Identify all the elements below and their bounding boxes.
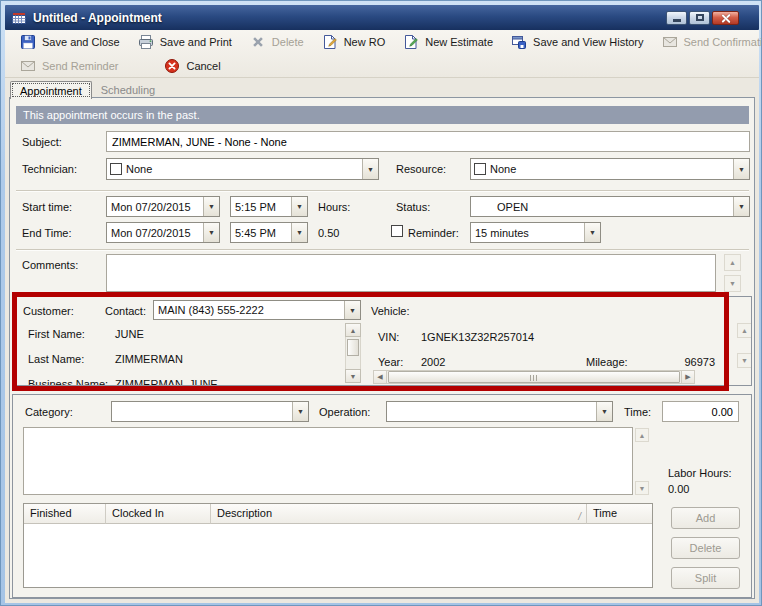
tab-scheduling-label: Scheduling xyxy=(101,84,155,96)
reminder-label: Reminder: xyxy=(408,227,459,240)
chevron-down-icon[interactable] xyxy=(733,197,749,216)
close-button[interactable] xyxy=(712,11,739,25)
subject-input[interactable] xyxy=(106,131,750,152)
column-header-finished[interactable]: Finished xyxy=(24,504,106,524)
delete-button[interactable]: Delete xyxy=(241,32,313,52)
year-label: Year: xyxy=(378,356,403,369)
split-button[interactable]: Split xyxy=(671,567,740,589)
end-clock-select[interactable]: 5:45 PM xyxy=(230,222,308,243)
tab-appointment-label: Appointment xyxy=(20,85,82,97)
status-select[interactable]: OPEN xyxy=(470,196,750,217)
add-button[interactable]: Add xyxy=(671,507,740,529)
technician-checkbox[interactable] xyxy=(110,163,122,175)
delete-label: Delete xyxy=(272,36,304,48)
column-header-time[interactable]: Time xyxy=(587,504,652,524)
status-value: OPEN xyxy=(471,201,733,213)
vin-value: 1GNEK13Z32R257014 xyxy=(421,331,534,344)
technician-label: Technician: xyxy=(22,163,77,176)
chevron-down-icon[interactable] xyxy=(733,159,749,179)
scroll-up-button[interactable] xyxy=(635,428,649,442)
resource-checkbox[interactable] xyxy=(474,163,486,175)
delete-row-button[interactable]: Delete xyxy=(671,537,740,559)
scroll-down-button[interactable] xyxy=(635,481,649,495)
technician-select[interactable]: None xyxy=(106,158,379,180)
vehicle-h-scrollbar[interactable] xyxy=(373,370,695,384)
cancel-button[interactable]: Cancel xyxy=(155,56,229,76)
operation-select[interactable] xyxy=(386,401,613,422)
appointment-panel: This appointment occurs in the past. Sub… xyxy=(9,97,755,599)
chevron-down-icon[interactable] xyxy=(584,223,600,242)
tasks-table: Finished Clocked In Description/ Time xyxy=(23,503,653,588)
chevron-down-icon[interactable] xyxy=(203,223,219,242)
maximize-icon xyxy=(696,14,704,21)
time-input[interactable] xyxy=(662,401,739,422)
chevron-down-icon[interactable] xyxy=(362,159,378,179)
scroll-down-button[interactable] xyxy=(345,369,361,383)
chevron-down-icon[interactable] xyxy=(292,402,308,421)
business-name-label: Business Name: xyxy=(28,378,108,386)
scroll-up-button[interactable] xyxy=(737,323,752,338)
printer-icon xyxy=(138,34,154,50)
scroll-up-button[interactable] xyxy=(724,254,741,271)
chevron-down-icon[interactable] xyxy=(203,197,219,216)
chevron-down-icon[interactable] xyxy=(344,301,360,319)
resource-label: Resource: xyxy=(396,163,446,176)
past-appointment-banner: This appointment occurs in the past. xyxy=(16,106,749,124)
send-reminder-button[interactable]: Send Reminder xyxy=(11,56,127,76)
labor-hours-value: 0.00 xyxy=(668,483,689,496)
scroll-down-button[interactable] xyxy=(737,353,752,368)
new-estimate-button[interactable]: New Estimate xyxy=(394,32,502,52)
operation-description-textarea[interactable] xyxy=(23,427,633,495)
hours-label: Hours: xyxy=(318,201,350,214)
end-date-select[interactable]: Mon 07/20/2015 xyxy=(106,222,220,243)
cancel-label: Cancel xyxy=(186,60,220,72)
column-header-clocked-in[interactable]: Clocked In xyxy=(106,504,211,524)
scrollbar-thumb[interactable] xyxy=(388,371,680,383)
separator xyxy=(16,249,749,251)
customer-label: Customer: xyxy=(23,305,74,318)
sort-indicator-icon: / xyxy=(578,507,581,524)
maximize-button[interactable] xyxy=(689,11,710,25)
chevron-down-icon[interactable] xyxy=(291,197,307,216)
comments-textarea[interactable] xyxy=(106,254,716,292)
first-name-label: First Name: xyxy=(28,328,85,341)
reminder-value: 15 minutes xyxy=(471,227,584,239)
start-date-select[interactable]: Mon 07/20/2015 xyxy=(106,196,220,217)
scroll-down-button[interactable] xyxy=(724,275,741,292)
minimize-button[interactable] xyxy=(666,11,687,25)
scroll-right-button[interactable] xyxy=(681,371,694,383)
end-time-label: End Time: xyxy=(22,227,72,240)
vehicle-label: Vehicle: xyxy=(371,305,410,318)
customer-scrollbar[interactable] xyxy=(345,323,361,383)
scrollbar-thumb[interactable] xyxy=(347,339,359,356)
chevron-down-icon[interactable] xyxy=(596,402,612,421)
tasks-table-body xyxy=(24,524,652,586)
contact-select[interactable]: MAIN (843) 555-2222 xyxy=(153,300,361,320)
resource-select[interactable]: None xyxy=(470,158,750,180)
mileage-label: Mileage: xyxy=(586,356,628,369)
save-and-print-button[interactable]: Save and Print xyxy=(129,32,241,52)
tab-scheduling[interactable]: Scheduling xyxy=(92,81,164,98)
new-ro-button[interactable]: New RO xyxy=(313,32,395,52)
category-select[interactable] xyxy=(111,401,309,422)
contact-label: Contact: xyxy=(105,305,146,318)
save-and-close-button[interactable]: Save and Close xyxy=(11,32,129,52)
column-header-description[interactable]: Description/ xyxy=(211,504,587,524)
technician-value: None xyxy=(122,163,362,175)
titlebar: Untitled - Appointment xyxy=(5,5,759,30)
new-document-icon xyxy=(322,34,338,50)
start-date-value: Mon 07/20/2015 xyxy=(107,201,203,213)
scroll-up-button[interactable] xyxy=(345,323,361,337)
scroll-left-button[interactable] xyxy=(374,371,387,383)
start-clock-select[interactable]: 5:15 PM xyxy=(230,196,308,217)
send-reminder-label: Send Reminder xyxy=(42,60,118,72)
chevron-down-icon[interactable] xyxy=(291,223,307,242)
tab-strip: Appointment Scheduling xyxy=(5,79,759,98)
reminder-select[interactable]: 15 minutes xyxy=(470,222,601,243)
save-and-view-history-button[interactable]: Save and View History xyxy=(502,32,652,52)
tab-appointment[interactable]: Appointment xyxy=(10,81,92,99)
mail-icon xyxy=(662,34,678,50)
column-header-description-label: Description xyxy=(217,507,272,519)
reminder-checkbox[interactable] xyxy=(391,225,403,237)
send-confirmation-button[interactable]: Send Confirmation xyxy=(653,32,762,52)
